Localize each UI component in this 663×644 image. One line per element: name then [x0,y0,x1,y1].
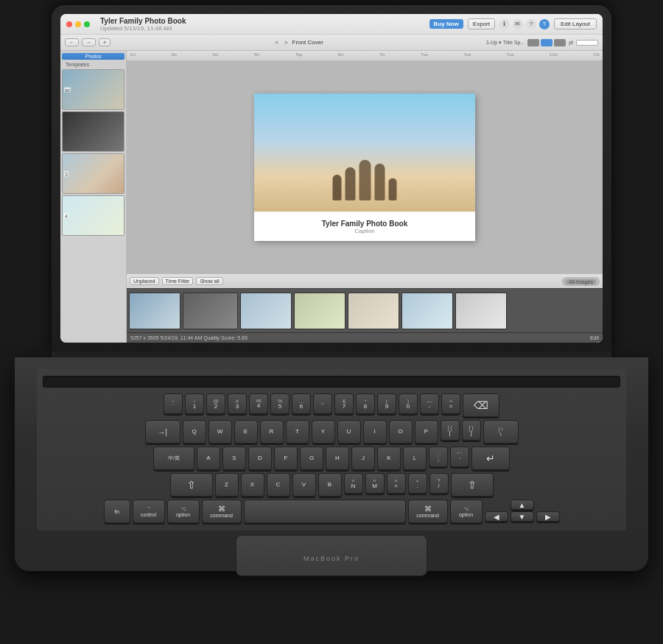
key-y[interactable]: Y [312,420,335,444]
key-slash[interactable]: ?/ [429,473,449,494]
key-i[interactable]: I [363,420,387,444]
strip-thumb-7[interactable] [455,293,507,329]
sidebar-thumb-2[interactable] [62,111,124,152]
key-backslash[interactable]: | \\ [483,420,519,444]
key-delete[interactable]: ⌫ [463,393,499,417]
time-filter-button[interactable]: Time Filter [162,277,194,285]
key-n[interactable]: «N [344,473,363,494]
sidebar-thumb-3[interactable]: 3 [62,153,124,194]
unplaced-button[interactable]: Unplaced [130,277,159,285]
key-tilde[interactable]: ~` [164,393,183,414]
key-e[interactable]: E [234,420,258,444]
key-q[interactable]: Q [183,420,206,444]
key-quote[interactable]: " '' [450,447,469,467]
key-m[interactable]: «M [365,473,385,494]
key-j[interactable]: J [351,447,375,470]
nav-next[interactable]: > [283,39,290,46]
key-d[interactable]: D [248,447,272,470]
sidebar-thumb-1[interactable]: ac [62,69,124,110]
key-b[interactable]: B [318,473,342,497]
key-p[interactable]: P [415,420,438,444]
key-comma[interactable]: »> [387,473,406,494]
strip-thumb-5[interactable] [348,293,399,329]
help-icon[interactable]: ? [526,19,536,29]
key-f[interactable]: F [274,447,298,470]
nav-back-button[interactable]: ← [65,38,79,46]
nav-prev[interactable]: < [273,39,280,46]
key-s[interactable]: S [222,447,246,470]
message-icon[interactable]: ✉ [513,19,523,29]
key-2[interactable]: @2 [206,393,225,414]
key-a[interactable]: A [197,447,220,470]
nav-forward-button[interactable]: → [82,38,96,46]
add-button[interactable]: + [99,38,110,46]
status-text: 5257 x 3505 5/24/19, 11:44 AM Quality Sc… [130,335,248,340]
key-tab[interactable]: →| [145,420,180,444]
key-shift-left[interactable]: ⇧ [170,473,213,497]
touch-bar[interactable] [43,376,620,388]
key-u[interactable]: U [337,420,361,444]
key-command-right[interactable]: ⌘ command [408,500,448,523]
app-subtitle: Updated 5/13/19, 11:48 AM [100,25,186,32]
key-control[interactable]: ⌃ control [133,500,165,523]
key-4[interactable]: ¥$4 [249,393,268,414]
images-count: 48 Images [566,279,596,284]
key-5[interactable]: %5 [270,393,290,414]
key-z[interactable]: Z [215,473,239,497]
key-h[interactable]: H [326,447,349,470]
key-shift-right[interactable]: ⇧ [451,473,494,497]
key-option-right[interactable]: ⌥ option [450,500,483,523]
key-x[interactable]: X [241,473,264,497]
key-bracket-right[interactable]: ] }] [462,420,481,441]
key-arrow-left[interactable]: ◀ [485,511,508,522]
key-0[interactable]: )0 [399,393,418,414]
key-1[interactable]: !1 [185,393,204,414]
key-g[interactable]: G [300,447,323,470]
key-arrow-right[interactable]: ▶ [536,511,560,522]
key-3[interactable]: #3 [228,393,247,414]
tab-photos[interactable]: Photos [62,53,124,60]
key-space[interactable] [244,500,406,523]
strip-thumb-3[interactable] [240,293,292,329]
key-caps[interactable]: 中/英 [153,447,194,470]
key-9[interactable]: (9 [377,393,396,414]
export-button[interactable]: Export [468,18,495,29]
key-equal[interactable]: += [441,393,460,414]
strip-thumb-2[interactable] [183,293,238,329]
key-return[interactable]: ↵ [471,447,510,470]
key-r[interactable]: R [260,420,284,444]
strip-thumb-6[interactable] [401,293,453,329]
user-icon[interactable]: T [539,19,550,29]
sidebar-thumb-4[interactable]: 4 [62,195,124,236]
key-minus[interactable]: —- [420,393,439,414]
info-icon[interactable]: ℹ [499,19,510,29]
macbook-hinge [52,351,611,357]
key-v[interactable]: V [292,473,316,497]
key-w[interactable]: W [208,420,232,444]
key-caret[interactable]: ^ [313,393,332,414]
show-all-button[interactable]: Show all [196,277,222,285]
key-command-left[interactable]: ⌘ command [202,500,242,523]
edit-button[interactable]: Edit [590,335,599,340]
key-7[interactable]: &7 [334,393,354,414]
key-l[interactable]: L [403,447,427,470]
strip-thumb-1[interactable] [129,293,180,329]
key-arrow-down[interactable]: ▼ [511,511,534,522]
tab-templates[interactable]: Templates [62,61,124,68]
key-bracket-left[interactable]: [ {[ [441,420,460,441]
key-c[interactable]: C [267,473,290,497]
key-period[interactable]: •. [408,473,427,494]
key-o[interactable]: O [389,420,413,444]
buy-now-button[interactable]: Buy Now [429,19,463,29]
key-semicolon[interactable]: ; :; [429,447,448,467]
key-k[interactable]: K [377,447,401,470]
key-6[interactable]: …6 [292,393,311,414]
key-8[interactable]: *8 [356,393,375,414]
key-option-left[interactable]: ⌥ option [167,500,200,523]
strip-thumb-4[interactable] [294,293,345,329]
key-arrow-up[interactable]: ▲ [511,500,534,510]
edit-layout-button[interactable]: Edit Layout [554,18,597,29]
page-number-1: ac [64,87,71,92]
key-fn[interactable]: fn [104,500,130,523]
key-t[interactable]: T [286,420,309,444]
